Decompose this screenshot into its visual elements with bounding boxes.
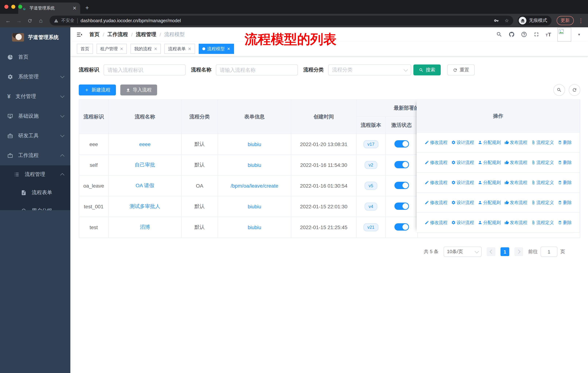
row-action-link[interactable]: 删除	[557, 159, 572, 166]
back-icon[interactable]: ←	[4, 18, 12, 24]
status-switch[interactable]	[394, 181, 409, 189]
close-icon[interactable]: ✕	[154, 46, 157, 51]
row-action-link[interactable]: 发布流程	[504, 200, 527, 206]
sidebar-item-infra[interactable]: 基础设施	[0, 106, 70, 126]
import-process-button[interactable]: 导入流程	[120, 84, 157, 95]
sidebar-item-process-form[interactable]: 流程表单	[0, 184, 70, 202]
row-action-link[interactable]: 修改流程	[424, 159, 447, 166]
version-badge[interactable]: v2	[365, 161, 377, 169]
row-action-link[interactable]: 分配规则	[478, 200, 501, 206]
version-badge[interactable]: v21	[363, 223, 378, 231]
update-button[interactable]: 更新	[557, 16, 574, 25]
tab-close-icon[interactable]: ✕	[73, 5, 77, 11]
version-badge[interactable]: v4	[365, 202, 377, 211]
sidebar-item-home[interactable]: 首页	[0, 47, 70, 67]
row-action-link[interactable]: 分配规则	[478, 220, 501, 226]
breadcrumb-item[interactable]: 首页	[89, 31, 100, 38]
row-action-link[interactable]: 流程定义	[531, 200, 554, 206]
home-icon[interactable]: ⌂	[36, 17, 45, 24]
tags-view-tab-0[interactable]: 首页	[77, 44, 93, 54]
row-action-link[interactable]: 分配规则	[478, 179, 501, 186]
process-key-input[interactable]	[104, 64, 186, 75]
reset-button[interactable]: 重置	[447, 64, 475, 75]
row-action-link[interactable]: 发布流程	[504, 179, 527, 186]
window-maximize-button[interactable]	[18, 5, 22, 9]
sidebar-item-devtools[interactable]: 研发工具	[0, 126, 70, 146]
row-action-link[interactable]: 发布流程	[504, 159, 527, 166]
key-icon[interactable]	[494, 18, 499, 23]
avatar[interactable]	[557, 28, 571, 41]
row-action-link[interactable]: 删除	[557, 139, 572, 146]
close-icon[interactable]: ✕	[188, 46, 191, 51]
sidebar-item-payment[interactable]: ¥支付管理	[0, 87, 70, 106]
close-icon[interactable]: ✕	[227, 46, 230, 51]
form-info-link[interactable]: biubiu	[248, 162, 261, 168]
status-switch[interactable]	[394, 202, 409, 210]
warning-icon[interactable]	[54, 18, 58, 23]
create-process-button[interactable]: ＋ 新建流程	[79, 84, 116, 95]
row-action-link[interactable]: 分配规则	[478, 139, 501, 146]
font-size-icon[interactable]: TT	[546, 31, 551, 38]
fullscreen-icon[interactable]	[533, 31, 539, 38]
version-badge[interactable]: v17	[363, 140, 378, 148]
browser-tab[interactable]: 芋道管理系统 ✕	[18, 2, 80, 14]
row-action-link[interactable]: 流程定义	[531, 159, 554, 166]
close-icon[interactable]: ✕	[120, 46, 123, 51]
row-action-link[interactable]: 流程定义	[531, 220, 554, 226]
row-action-link[interactable]: 删除	[557, 200, 572, 206]
process-name-link[interactable]: eeee	[139, 141, 151, 147]
process-name-input[interactable]	[216, 64, 298, 75]
sidebar-item-user-group[interactable]: 用户分组	[0, 202, 70, 210]
form-info-link[interactable]: biubiu	[248, 224, 261, 230]
category-select[interactable]: 流程分类	[328, 64, 411, 75]
forward-icon[interactable]: →	[15, 18, 23, 24]
url-text[interactable]: dashboard.yudao.iocoder.cn/bpm/manager/m…	[81, 18, 488, 23]
refresh-table-button[interactable]	[569, 84, 580, 96]
row-action-link[interactable]: 修改流程	[424, 139, 447, 146]
sidebar-logo-row[interactable]: 芋道管理系统	[0, 27, 70, 47]
row-action-link[interactable]: 发布流程	[504, 220, 527, 226]
row-action-link[interactable]: 发布流程	[504, 139, 527, 146]
page-size-select[interactable]: 10条/页	[444, 247, 482, 257]
new-tab-button[interactable]: +	[85, 4, 89, 12]
show-search-button[interactable]	[553, 84, 565, 96]
current-page-button[interactable]: 1	[501, 247, 509, 256]
help-icon[interactable]	[521, 31, 527, 38]
breadcrumb-item[interactable]: 工作流程	[107, 31, 128, 38]
process-name-link[interactable]: 测试多审批人	[130, 203, 160, 209]
status-switch[interactable]	[394, 161, 409, 168]
process-name-link[interactable]: OA 请假	[136, 182, 154, 188]
row-action-link[interactable]: 修改流程	[424, 200, 447, 206]
sidebar-item-process-mgmt[interactable]: 流程管理	[0, 165, 70, 184]
window-close-button[interactable]	[4, 5, 8, 9]
window-minimize-button[interactable]	[11, 5, 15, 9]
row-action-link[interactable]: 设计流程	[451, 139, 474, 146]
form-info-link[interactable]: /bpm/oa/leave/create	[231, 183, 278, 189]
tags-view-tab-1[interactable]: 租户管理✕	[97, 44, 127, 54]
process-name-link[interactable]: 自己审批	[135, 162, 155, 168]
breadcrumb-item[interactable]: 流程管理	[136, 31, 156, 38]
status-switch[interactable]	[394, 140, 409, 147]
sidebar-item-system[interactable]: 系统管理	[0, 67, 70, 87]
row-action-link[interactable]: 设计流程	[451, 220, 474, 226]
row-action-link[interactable]: 分配规则	[478, 159, 501, 166]
tags-view-tab-4[interactable]: 流程模型✕	[199, 44, 234, 54]
form-info-link[interactable]: biubiu	[248, 204, 261, 210]
row-action-link[interactable]: 删除	[557, 220, 572, 226]
sidebar-item-workflow[interactable]: 工作流程	[0, 146, 70, 165]
url-bar[interactable]: 不安全 dashboard.yudao.iocoder.cn/bpm/manag…	[50, 16, 513, 26]
process-name-link[interactable]: 滔博	[140, 224, 150, 230]
next-page-button[interactable]	[514, 247, 523, 256]
github-icon[interactable]	[509, 31, 515, 38]
search-icon[interactable]	[496, 31, 502, 38]
tags-view-tab-3[interactable]: 流程表单✕	[165, 44, 195, 54]
row-action-link[interactable]: 修改流程	[424, 220, 447, 226]
prev-page-button[interactable]	[487, 247, 495, 256]
tags-view-tab-2[interactable]: 我的流程✕	[130, 44, 161, 54]
hamburger-fold-icon[interactable]	[76, 31, 83, 38]
row-action-link[interactable]: 设计流程	[451, 200, 474, 206]
kebab-menu-icon[interactable]: ⋮	[578, 17, 584, 24]
row-action-link[interactable]: 设计流程	[451, 159, 474, 166]
caret-down-icon[interactable]: ▼	[578, 33, 581, 36]
goto-page-input[interactable]	[541, 247, 557, 257]
